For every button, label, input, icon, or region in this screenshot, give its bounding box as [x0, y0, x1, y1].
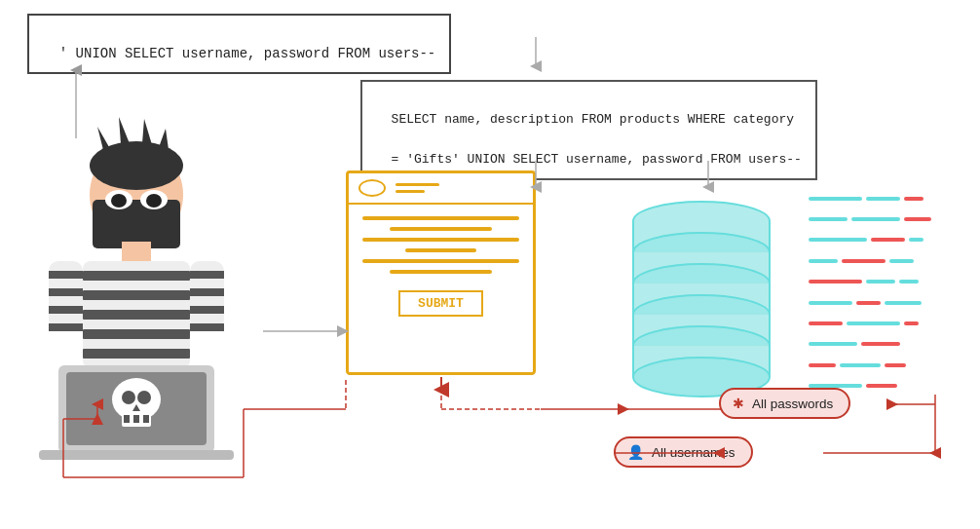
- data-line-cyan-2: [866, 197, 900, 201]
- form-line-3: [362, 238, 519, 242]
- svg-point-5: [90, 141, 183, 190]
- form-line-2: [390, 227, 492, 231]
- nav-line-2: [396, 190, 425, 193]
- data-row-9: [809, 363, 935, 367]
- svg-rect-27: [190, 323, 224, 331]
- form-line-1: [362, 216, 519, 220]
- svg-rect-14: [83, 290, 190, 300]
- passwords-label: All passwords: [752, 397, 833, 411]
- browser-nav-lines: [396, 183, 439, 193]
- svg-point-10: [146, 194, 162, 208]
- svg-point-33: [137, 391, 151, 404]
- svg-rect-35: [124, 415, 130, 423]
- svg-rect-37: [143, 415, 149, 423]
- hacker-figure: [29, 107, 253, 458]
- browser-oval: [358, 179, 386, 197]
- browser-content: SUBMIT: [349, 205, 533, 324]
- svg-rect-17: [83, 349, 190, 359]
- data-lines: [809, 180, 935, 404]
- svg-rect-15: [83, 310, 190, 320]
- svg-rect-19: [49, 271, 83, 279]
- data-line-cyan: [809, 197, 862, 201]
- data-line-red: [904, 197, 923, 201]
- submit-button[interactable]: SUBMIT: [398, 290, 483, 317]
- svg-point-32: [122, 391, 135, 404]
- database-figure: [614, 180, 809, 404]
- sql-injection-box-1: ' UNION SELECT username, password FROM u…: [27, 14, 451, 74]
- data-row-5: [809, 280, 935, 283]
- sql-injection-box-2: SELECT name, description FROM products W…: [360, 80, 817, 180]
- svg-rect-13: [83, 271, 190, 281]
- data-row-3: [809, 238, 935, 242]
- form-line-4: [405, 248, 475, 252]
- svg-rect-22: [49, 323, 83, 331]
- svg-rect-16: [83, 329, 190, 339]
- sql-text-2b: = 'Gifts' UNION SELECT username, passwor…: [392, 152, 802, 167]
- data-row-4: [809, 259, 935, 263]
- browser-titlebar: [349, 173, 533, 205]
- svg-point-9: [111, 194, 127, 208]
- svg-rect-21: [49, 306, 83, 314]
- all-passwords-badge: ✱ All passwords: [719, 388, 850, 419]
- svg-rect-26: [190, 306, 224, 314]
- svg-point-30: [112, 378, 161, 421]
- form-line-5: [362, 259, 519, 263]
- browser-form: SUBMIT: [346, 170, 536, 375]
- svg-rect-36: [133, 415, 139, 423]
- svg-rect-24: [190, 271, 224, 279]
- data-row-2: [809, 217, 935, 221]
- sql-text-2a: SELECT name, description FROM products W…: [392, 112, 794, 127]
- data-row-1: [809, 197, 935, 201]
- svg-rect-20: [49, 288, 83, 296]
- data-row-7: [809, 321, 935, 325]
- data-row-8: [809, 342, 935, 346]
- nav-line-1: [396, 183, 439, 186]
- all-usernames-badge: 👤 All usernames: [614, 436, 753, 468]
- svg-rect-25: [190, 288, 224, 296]
- asterisk-icon: ✱: [733, 396, 744, 411]
- svg-rect-11: [122, 242, 151, 261]
- svg-rect-38: [39, 450, 234, 460]
- svg-rect-6: [93, 200, 180, 248]
- data-row-6: [809, 301, 935, 305]
- form-line-6: [390, 270, 492, 274]
- usernames-label: All usernames: [652, 445, 735, 460]
- person-icon: 👤: [627, 444, 644, 460]
- sql-text-1: ' UNION SELECT username, password FROM u…: [59, 46, 435, 61]
